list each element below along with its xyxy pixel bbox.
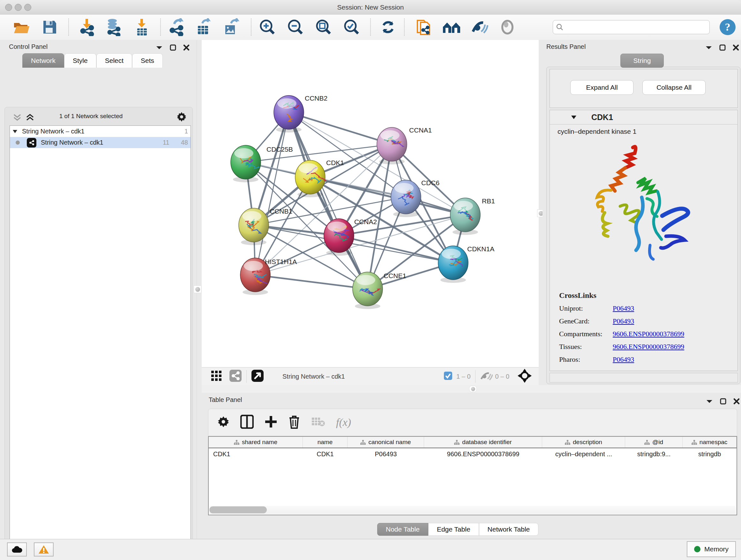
clone-network-icon[interactable]	[414, 17, 434, 37]
hide-selected-icon[interactable]	[469, 17, 489, 37]
crosslink-value-link[interactable]: P06493	[613, 355, 634, 364]
collapse-panel-icon[interactable]	[156, 45, 163, 50]
node-RB1[interactable]	[450, 198, 480, 235]
node-CDC25B[interactable]	[231, 145, 261, 182]
results-panel-title: Results Panel	[546, 43, 586, 51]
tab-sets[interactable]: Sets	[132, 53, 163, 68]
export-image-icon[interactable]	[221, 17, 241, 37]
node-label: CCNA1	[409, 126, 432, 134]
fit-content-crosshair-icon[interactable]	[518, 369, 532, 384]
import-table-icon[interactable]	[131, 17, 152, 37]
warning-status-button[interactable]	[34, 543, 54, 557]
zoom-selected-icon[interactable]	[341, 17, 362, 37]
crosslink-label: GeneCard:	[559, 317, 613, 325]
network-row[interactable]: String Network – cdk1 11 48	[10, 137, 191, 148]
tab-string[interactable]: String	[620, 54, 664, 68]
node-CCNA2[interactable]	[324, 219, 354, 256]
column-header-database-identifier[interactable]: database identifier	[424, 437, 542, 448]
add-column-icon[interactable]	[265, 415, 277, 429]
zoom-out-icon[interactable]	[285, 17, 306, 37]
tab-style[interactable]: Style	[64, 53, 96, 68]
refresh-icon[interactable]	[378, 17, 398, 37]
collapse-panel-icon[interactable]	[706, 399, 713, 403]
collapse-panel-icon[interactable]	[705, 45, 712, 50]
column-header-shared-name[interactable]: shared name	[209, 437, 303, 448]
crosslink-label: Uniprot:	[559, 304, 613, 313]
network-canvas[interactable]: CCNB2CCNA1CDC25BCDK1CDC6RB1CCNB1CCNA2CDK…	[202, 40, 539, 367]
memory-button[interactable]: Memory	[687, 541, 736, 557]
help-icon[interactable]: ?	[718, 17, 738, 37]
column-header-canonical-name[interactable]: canonical name	[347, 437, 424, 448]
cloud-status-button[interactable]	[7, 543, 27, 557]
float-panel-icon[interactable]	[720, 398, 726, 405]
table-header-row: shared namenamecanonical namedatabase id…	[209, 437, 737, 448]
footer-network-name: String Network – cdk1	[282, 373, 345, 380]
tab-edge-table[interactable]: Edge Table	[428, 523, 479, 536]
splitter-grip[interactable]	[194, 286, 201, 293]
show-all-icon[interactable]	[497, 17, 518, 37]
table-horizontal-scrollbar[interactable]	[209, 506, 736, 514]
splitter-grip[interactable]	[469, 386, 477, 392]
crosslink-value-link[interactable]: 9606.ENSP00000378699	[613, 330, 684, 338]
first-neighbors-icon[interactable]	[442, 17, 462, 37]
tab-network-table[interactable]: Network Table	[479, 523, 539, 536]
node-label: CDC25B	[266, 145, 293, 153]
scrollbar-thumb[interactable]	[209, 506, 267, 513]
expand-all-button[interactable]: Expand All	[570, 80, 633, 95]
selected-checkbox-icon[interactable]	[444, 371, 453, 381]
export-table-icon[interactable]	[193, 17, 214, 37]
node-CCNA1[interactable]	[377, 127, 407, 165]
column-header-namespac[interactable]: namespac	[683, 437, 737, 448]
crosslink-value-link[interactable]: 9606.ENSP00000378699	[613, 343, 684, 351]
collapse-all-networks-icon[interactable]	[13, 113, 22, 123]
node-CCNE1[interactable]	[353, 272, 383, 309]
column-header-description[interactable]: description	[542, 437, 625, 448]
crosslink-value-link[interactable]: P06493	[613, 304, 634, 313]
expand-all-networks-icon[interactable]	[25, 113, 35, 123]
column-header-@id[interactable]: @id	[625, 437, 683, 448]
network-options-gear-icon[interactable]	[176, 111, 187, 124]
node-CCNB1[interactable]	[239, 208, 269, 245]
float-panel-icon[interactable]	[719, 44, 726, 51]
close-panel-icon[interactable]	[183, 44, 190, 51]
control-panel-title: Control Panel	[9, 43, 48, 51]
table-row[interactable]: CDK1CDK1P064939606.ENSP00000378699cyclin…	[209, 448, 737, 460]
search-input[interactable]	[566, 23, 706, 31]
table-toolbar: f(x)	[208, 409, 737, 436]
import-network-database-icon[interactable]	[103, 17, 123, 37]
save-session-icon[interactable]	[40, 17, 60, 37]
network-overview-icon[interactable]	[229, 369, 242, 383]
node-CCNB2[interactable]	[274, 96, 304, 132]
column-header-name[interactable]: name	[303, 437, 347, 448]
toolbar-separator	[160, 18, 161, 36]
hidden-eye-slash-icon	[480, 371, 493, 382]
tab-select[interactable]: Select	[96, 53, 132, 68]
birdseye-toggle-icon[interactable]	[251, 369, 264, 383]
network-collection-row[interactable]: String Network – cdk1 1	[10, 126, 191, 137]
zoom-in-icon[interactable]	[257, 17, 278, 37]
crosslink-value-link[interactable]: P06493	[613, 317, 634, 325]
delete-column-icon[interactable]	[288, 415, 300, 430]
close-panel-icon[interactable]	[733, 44, 739, 51]
protein-header-row[interactable]: CDK1	[550, 110, 738, 125]
crosslinks-title: CrossLinks	[559, 291, 731, 300]
float-panel-icon[interactable]	[170, 44, 176, 51]
node-CDKN1A[interactable]	[438, 246, 468, 283]
show-columns-icon[interactable]	[240, 415, 254, 430]
collapse-all-button[interactable]: Collapse All	[643, 80, 705, 95]
export-network-icon[interactable]	[166, 17, 187, 37]
cloud-icon	[11, 546, 22, 553]
zoom-fit-icon[interactable]	[313, 17, 334, 37]
open-session-icon[interactable]	[11, 17, 32, 37]
table-settings-icon[interactable]	[217, 416, 229, 429]
crosslink-label: Tissues:	[559, 343, 613, 351]
tab-network[interactable]: Network	[22, 53, 64, 68]
close-panel-icon[interactable]	[733, 398, 740, 405]
node-label: CDK1	[326, 159, 344, 166]
tab-node-table[interactable]: Node Table	[377, 523, 428, 536]
tree-expander-icon[interactable]	[12, 130, 17, 133]
collapse-section-icon[interactable]	[571, 115, 577, 119]
grid-view-icon[interactable]	[211, 370, 222, 383]
network-view-footer: String Network – cdk1 1 – 0 0 – 0	[202, 367, 539, 386]
import-network-file-icon[interactable]	[77, 17, 97, 37]
